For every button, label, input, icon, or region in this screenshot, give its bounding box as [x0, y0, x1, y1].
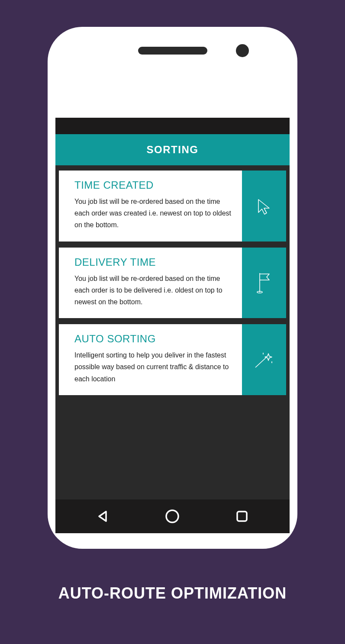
phone-frame: SORTING TIME CREATED You job list will b… — [48, 27, 297, 549]
phone-camera — [236, 44, 249, 57]
marketing-caption: AUTO-ROUTE OPTIMIZATION — [0, 584, 345, 602]
nav-back-button[interactable] — [93, 506, 113, 527]
status-bar — [55, 118, 290, 134]
phone-speaker — [138, 47, 207, 55]
option-description: You job list will be re-ordered based on… — [74, 196, 232, 231]
cursor-icon — [242, 171, 286, 242]
card-body: DELIVERY TIME You job list will be re-or… — [59, 248, 242, 319]
option-title: DELIVERY TIME — [74, 256, 232, 268]
option-description: Intelligent sorting to help you deliver … — [74, 349, 232, 385]
nav-recent-button[interactable] — [232, 506, 252, 527]
svg-rect-6 — [237, 512, 247, 521]
options-list: TIME CREATED You job list will be re-ord… — [55, 165, 290, 395]
card-body: TIME CREATED You job list will be re-ord… — [59, 171, 242, 242]
option-auto-sorting[interactable]: AUTO SORTING Intelligent sorting to help… — [59, 324, 286, 395]
option-title: TIME CREATED — [74, 179, 232, 191]
svg-point-5 — [166, 510, 178, 522]
card-body: AUTO SORTING Intelligent sorting to help… — [59, 324, 242, 395]
option-time-created[interactable]: TIME CREATED You job list will be re-ord… — [59, 171, 286, 242]
option-description: You job list will be re-ordered based on… — [74, 273, 232, 308]
phone-screen: SORTING TIME CREATED You job list will b… — [55, 118, 290, 533]
wand-icon — [242, 324, 286, 395]
nav-home-button[interactable] — [162, 506, 183, 527]
svg-line-2 — [255, 357, 267, 367]
flag-icon — [242, 248, 286, 319]
option-delivery-time[interactable]: DELIVERY TIME You job list will be re-or… — [59, 248, 286, 319]
android-nav-bar — [55, 499, 290, 533]
option-title: AUTO SORTING — [74, 333, 232, 345]
app-header: SORTING — [55, 134, 290, 165]
page-title: SORTING — [147, 144, 199, 156]
